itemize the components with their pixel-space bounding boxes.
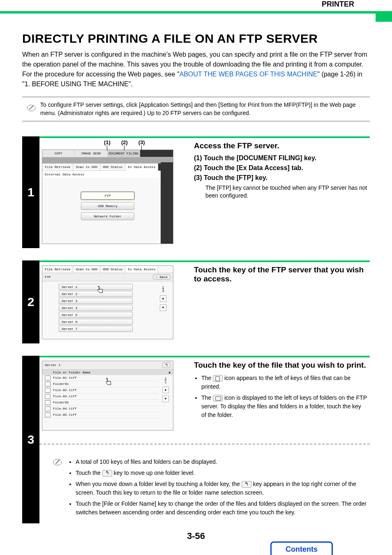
server-4-button[interactable]: Server 4 xyxy=(59,305,133,311)
tab-ex-data-access-2[interactable]: Ex Data Access xyxy=(125,266,158,273)
callout-2: (2) xyxy=(121,139,128,150)
header-section: PRINTER xyxy=(0,0,392,9)
file-row[interactable]: File-03.tiff xyxy=(42,394,158,400)
server-name-label: Server 1 xyxy=(45,363,60,367)
file-icon xyxy=(45,375,51,380)
step-1: 1 (1) (2) (3) COPY IMAGE SEND DOCUMENT F… xyxy=(22,136,370,248)
server-7-button[interactable]: Server 7 xyxy=(59,326,133,332)
callout-1: (1) xyxy=(104,139,111,150)
folder-icon xyxy=(45,400,51,405)
intro-link[interactable]: ABOUT THE WEB PAGES OF THIS MACHINE xyxy=(179,71,317,78)
ftp-button[interactable]: FTP xyxy=(81,192,134,200)
page-down-button[interactable]: ▼ xyxy=(160,304,166,311)
header-bar xyxy=(0,11,392,22)
pager: 13 ▲ ▼ xyxy=(160,286,166,311)
tab-scan-to-hdd-2[interactable]: Scan to HDD xyxy=(73,266,100,273)
tab-file-retrieve-2[interactable]: File Retrieve xyxy=(42,266,73,273)
file-icon xyxy=(45,388,51,393)
note-item: When you move down a folder level by tou… xyxy=(76,480,370,497)
note-item: A total of 100 keys of files and folders… xyxy=(76,458,370,466)
status-strip xyxy=(42,157,173,164)
page-up-button[interactable]: ▲ xyxy=(160,295,166,302)
callout-3: (3) xyxy=(138,139,145,150)
up-icon-inline xyxy=(242,481,251,488)
back-button[interactable]: ← Back xyxy=(153,274,171,280)
folder-icon xyxy=(45,382,51,387)
step-3-bullets: The icon appears to the left of keys of … xyxy=(194,374,367,419)
up-icon-inline xyxy=(102,470,112,477)
step-1-callouts: (1) (2) (3) xyxy=(104,139,145,150)
step-2-title: Touch the key of the FTP server that you… xyxy=(194,265,367,283)
server-5-button[interactable]: Server 5 xyxy=(59,312,133,318)
server-6-button[interactable]: Server 6 xyxy=(59,319,133,325)
step-1-sub-2: (2) Touch the [Ex Data Access] tab. xyxy=(194,164,367,172)
file-icon xyxy=(45,394,51,399)
file-icon xyxy=(45,412,51,417)
pointer-hand-icon xyxy=(104,378,113,387)
note-text: To configure FTP server settings, click … xyxy=(40,101,370,117)
step-2-screen: File Retrieve Scan to HDD HDD Status Ex … xyxy=(42,265,173,339)
tab-file-retrieve[interactable]: File Retrieve xyxy=(42,164,73,170)
step-1-number: 1 xyxy=(28,185,35,199)
dashed-separator xyxy=(39,444,370,444)
step-3-notes-list: A total of 100 keys of files and folders… xyxy=(68,458,370,519)
panel-label-ftp: FTP xyxy=(45,275,51,279)
usb-memory-button[interactable]: USB Memory xyxy=(81,202,134,210)
note-item: Touch the key to move up one folder leve… xyxy=(76,469,370,477)
file-row[interactable]: Folder01 xyxy=(42,381,158,387)
step-2-number: 2 xyxy=(28,295,35,309)
network-folder-button[interactable]: Network Folder xyxy=(81,212,134,220)
note-box: To configure FTP server settings, click … xyxy=(22,97,370,122)
column-header[interactable]: File or Folder Name▲ xyxy=(42,370,173,375)
pointer-hand-icon xyxy=(96,286,105,295)
step-1-subnote: The [FTP] key cannot be touched when any… xyxy=(205,184,367,200)
file-row[interactable]: Folder02 xyxy=(42,400,158,406)
tab-scan-to-hdd[interactable]: Scan to HDD xyxy=(73,164,100,170)
panel-title: External Data Access xyxy=(42,171,173,178)
step-1-title: Access the FTP server. xyxy=(194,141,367,150)
tab-hdd-status[interactable]: HDD Status xyxy=(100,164,125,170)
server-list: Server 1 Server 2 Server 3 Server 4 Serv… xyxy=(42,281,173,335)
pager-3: 11 ▲ ▼ xyxy=(162,377,169,402)
step-3-screen: Server 1 ↰ File or Folder Name▲ File-01.… xyxy=(42,361,173,431)
top-tab-document-filing[interactable]: DOCUMENT FILING xyxy=(108,150,140,157)
svg-line-3 xyxy=(55,460,59,463)
up-folder-button[interactable]: ↰ xyxy=(162,362,171,368)
pencil-note-icon xyxy=(52,458,63,468)
intro-paragraph: When an FTP server is configured in the … xyxy=(22,50,370,89)
step-3-title: Touch the key of the file that you wish … xyxy=(194,361,367,370)
top-tab-copy[interactable]: COPY xyxy=(42,150,75,157)
note-item: Touch the [File or Folder Name] key to c… xyxy=(76,500,370,517)
step-1-sub-1: (1) Touch the [DOCUMENT FILING] key. xyxy=(194,154,367,162)
step-2: 2 File Retrieve Scan to HDD HDD Status E… xyxy=(22,260,370,343)
file-row[interactable]: File-01.tiff xyxy=(42,375,158,381)
top-tab-image-send[interactable]: IMAGE SEND xyxy=(75,150,107,157)
file-row[interactable]: File-04.tiff xyxy=(42,406,158,412)
step-3: 3 Server 1 ↰ File or Folder Name▲ File-0… xyxy=(22,356,370,523)
file-icon-inline xyxy=(213,375,223,382)
file-row[interactable]: File-02.tiff xyxy=(42,387,158,394)
page-up-button-3[interactable]: ▲ xyxy=(162,387,169,393)
step-3-number: 3 xyxy=(28,433,35,447)
page-number: 3-56 xyxy=(22,531,370,541)
pencil-note-icon xyxy=(22,104,40,114)
contents-button[interactable]: Contents xyxy=(270,541,333,555)
step-1-sub-3: (3) Touch the [FTP] key. xyxy=(194,174,367,182)
page-down-button-3[interactable]: ▼ xyxy=(162,396,169,402)
page-title: DIRECTLY PRINTING A FILE ON AN FTP SERVE… xyxy=(22,32,370,46)
svg-line-1 xyxy=(29,106,33,110)
folder-icon-inline xyxy=(213,395,223,401)
file-icon xyxy=(45,406,51,411)
step-1-screen: (1) (2) (3) COPY IMAGE SEND DOCUMENT FIL… xyxy=(42,150,173,244)
file-row[interactable]: File-05.tiff xyxy=(42,412,158,418)
server-3-button[interactable]: Server 3 xyxy=(59,298,133,304)
tab-ex-data-access[interactable]: Ex Data Access xyxy=(125,164,158,171)
tab-hdd-status-2[interactable]: HDD Status xyxy=(100,266,125,273)
